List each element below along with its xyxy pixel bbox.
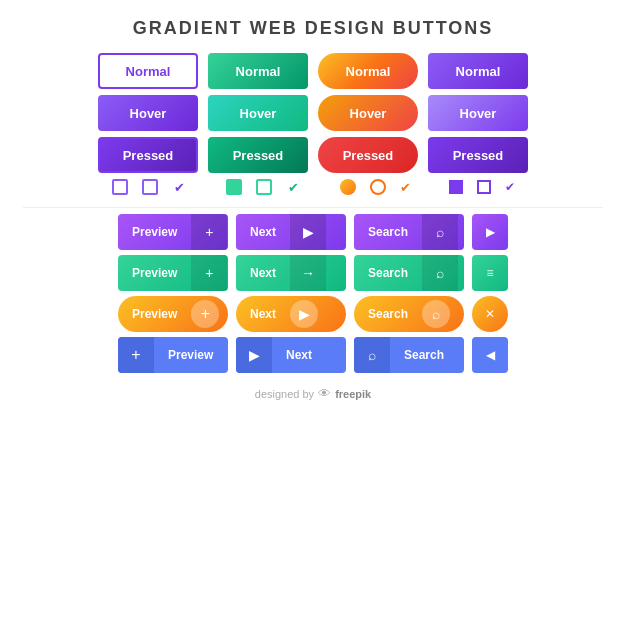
- preview-icon-3: +: [191, 300, 219, 328]
- close-btn-3[interactable]: ✕: [472, 296, 508, 332]
- page-title: GRADIENT WEB DESIGN BUTTONS: [133, 18, 494, 39]
- normal-btn-purple[interactable]: Normal: [428, 53, 528, 89]
- search-icon-1: ⌕: [422, 214, 458, 250]
- checkbox-row: ✔ ✔ ✔ ✔: [112, 179, 515, 195]
- hover-btn-orange[interactable]: Hover: [318, 95, 418, 131]
- search-btn-2[interactable]: Search ⌕: [354, 255, 464, 291]
- search-label-2: Search: [354, 255, 422, 291]
- search-btn-4[interactable]: ⌕ Search: [354, 337, 464, 373]
- next-btn-2[interactable]: Next →: [236, 255, 346, 291]
- preview-icon-2: +: [191, 255, 227, 291]
- pressed-btn-purple[interactable]: Pressed: [98, 137, 198, 173]
- next-icon-4: ▶: [236, 337, 272, 373]
- divider: [23, 207, 603, 208]
- checkbox-purple-check[interactable]: ✔: [172, 179, 188, 195]
- checkbox-purple-empty2[interactable]: [142, 179, 158, 195]
- next-icon-3: ▶: [290, 300, 318, 328]
- next-btn-4[interactable]: ▶ Next: [236, 337, 346, 373]
- next-label-2: Next: [236, 255, 290, 291]
- normal-btn-teal[interactable]: Normal: [208, 53, 308, 89]
- hover-btn-purple[interactable]: Hover: [98, 95, 198, 131]
- checkbox-teal-filled[interactable]: [226, 179, 242, 195]
- normal-row: Normal Normal Normal Normal: [98, 53, 528, 89]
- freepik-brand: freepik: [335, 388, 371, 400]
- search-btn-1[interactable]: Search ⌕: [354, 214, 464, 250]
- back-btn-4[interactable]: ◀: [472, 337, 508, 373]
- checkbox-teal-empty[interactable]: [256, 179, 272, 195]
- pressed-row: Pressed Pressed Pressed Pressed: [98, 137, 528, 173]
- preview-label-1: Preview: [118, 214, 191, 250]
- preview-label-4: Preview: [154, 337, 227, 373]
- preview-label-2: Preview: [118, 255, 191, 291]
- next-btn-1[interactable]: Next ▶: [236, 214, 346, 250]
- preview-label-3: Preview: [118, 296, 191, 332]
- pressed-btn-teal[interactable]: Pressed: [208, 137, 308, 173]
- normal-btn-orange[interactable]: Normal: [318, 53, 418, 89]
- checkbox-orange-check[interactable]: ✔: [400, 180, 411, 195]
- next-icon-2: →: [290, 255, 326, 291]
- search-label-4: Search: [390, 337, 458, 373]
- compound-row-1: Preview + Next ▶ Search ⌕ ▶: [118, 214, 508, 250]
- menu-btn-2[interactable]: ≡: [472, 255, 508, 291]
- hover-btn-teal[interactable]: Hover: [208, 95, 308, 131]
- hover-btn-purple2[interactable]: Hover: [428, 95, 528, 131]
- search-icon-4: ⌕: [354, 337, 390, 373]
- next-label-3: Next: [236, 296, 290, 332]
- compound-row-3: Preview + Next ▶ Search ⌕ ✕: [118, 296, 508, 332]
- preview-btn-3[interactable]: Preview +: [118, 296, 228, 332]
- preview-btn-4[interactable]: + Preview: [118, 337, 228, 373]
- search-icon-3: ⌕: [422, 300, 450, 328]
- search-btn-3[interactable]: Search ⌕: [354, 296, 464, 332]
- radio-orange-empty[interactable]: [370, 179, 386, 195]
- preview-btn-1[interactable]: Preview +: [118, 214, 228, 250]
- search-icon-2: ⌕: [422, 255, 458, 291]
- next-btn-3[interactable]: Next ▶: [236, 296, 346, 332]
- preview-icon-4: +: [118, 337, 154, 373]
- search-label-3: Search: [354, 296, 422, 332]
- play-btn-1[interactable]: ▶: [472, 214, 508, 250]
- radio-orange-filled[interactable]: [340, 179, 356, 195]
- freepik-icon: 👁: [318, 386, 331, 401]
- pressed-btn-orange[interactable]: Pressed: [318, 137, 418, 173]
- search-label-1: Search: [354, 214, 422, 250]
- checkbox-darkpurple-filled[interactable]: [449, 180, 463, 194]
- preview-icon-1: +: [191, 214, 227, 250]
- footer-text: designed by: [255, 388, 314, 400]
- compound-row-4: + Preview ▶ Next ⌕ Search ◀: [118, 337, 508, 373]
- preview-btn-2[interactable]: Preview +: [118, 255, 228, 291]
- checkbox-purple-empty[interactable]: [112, 179, 128, 195]
- next-label-1: Next: [236, 214, 290, 250]
- footer: designed by 👁 freepik: [255, 386, 371, 401]
- checkbox-teal-check[interactable]: ✔: [286, 179, 302, 195]
- hover-row: Hover Hover Hover Hover: [98, 95, 528, 131]
- next-icon-1: ▶: [290, 214, 326, 250]
- checkbox-darkpurple-check[interactable]: ✔: [505, 180, 515, 194]
- compound-row-2: Preview + Next → Search ⌕ ≡: [118, 255, 508, 291]
- checkbox-darkpurple-empty[interactable]: [477, 180, 491, 194]
- next-label-4: Next: [272, 337, 326, 373]
- pressed-btn-purple2[interactable]: Pressed: [428, 137, 528, 173]
- normal-btn-purple-outline[interactable]: Normal: [98, 53, 198, 89]
